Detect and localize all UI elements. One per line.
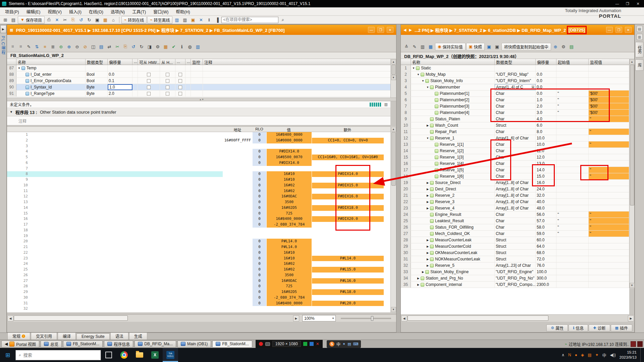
editor-tool-icon[interactable]: ≣ (49, 43, 57, 50)
minimize-icon[interactable] (310, 342, 314, 346)
db-variable-row[interactable]: 13 Reserve_1[1] Char 10.0 '' (401, 141, 629, 148)
tray-icon[interactable]: ▤ (588, 353, 591, 357)
editor-tool-icon[interactable]: ▣ (485, 43, 493, 50)
bottom-tab[interactable]: 编译 i (58, 333, 76, 340)
db-variable-row[interactable]: 14 Reserve_1[2] Char 11.0 (401, 148, 629, 154)
data-type-cell[interactable]: Array[1..6] of Char (495, 135, 536, 141)
explorer-button[interactable] (132, 348, 147, 362)
hmi-writable-checkbox[interactable] (166, 73, 169, 76)
code-line[interactable]: 1 TAR2 0 16#8400_0000 (7, 132, 390, 138)
db-variable-row[interactable]: 10 ▶ Wash_Count Struct 6.0 (401, 122, 629, 129)
code-line[interactable]: 2 AD 16#00FF_FFFF 16#00FF_FFFF 0 16#0000… (7, 138, 390, 143)
tray-icon[interactable]: ◈ (581, 353, 584, 357)
toolbar-icon[interactable]: ✂ (61, 16, 69, 23)
side-vertical-tab[interactable]: 任务 (635, 42, 644, 57)
code-line[interactable]: 28 L #l_DB_no 0 725 (7, 284, 390, 289)
editor-tool-icon[interactable]: ▣ (493, 43, 501, 50)
hmi-accessible-checkbox[interactable] (147, 73, 151, 76)
expand-project-tree-button[interactable]: ▶ (0, 25, 6, 33)
start-value-cell[interactable] (556, 161, 589, 167)
hmi-writable-checkbox[interactable] (166, 79, 169, 83)
db-variable-row[interactable]: 12 ▼ Reserve_1 Array[1..6] of Char 10.0 (401, 135, 629, 141)
menu-item[interactable]: 项目(P) (1, 7, 23, 16)
db-variable-row[interactable]: 23 ▶ Reserve_4 Array[1..8] of Char 48.0 (401, 205, 629, 212)
db-variable-row[interactable]: 6 Platennumber[2] Char 1.0 '' '$00' (401, 97, 629, 103)
db-variable-row[interactable]: 3 ▼ Staion_Moby_Info "UDT_RFID_Intern" 0… (401, 78, 629, 84)
code-line[interactable]: 19 //Pointer on Temp copy (7, 233, 390, 239)
ime-tool-icon[interactable]: ⌨ (353, 342, 359, 346)
data-type-cell[interactable]: "UDT_RFID_Prg_No" (495, 275, 536, 281)
toolbar-icon[interactable]: ▣ (189, 16, 197, 23)
data-type-cell[interactable]: Char (495, 167, 536, 173)
stop-icon[interactable] (303, 342, 307, 346)
db-variable-row[interactable]: 9 Status_Platen Char 4.0 '' (401, 116, 629, 122)
editor-tool-icon[interactable]: ↻ (138, 43, 145, 50)
hmi-accessible-checkbox[interactable] (147, 92, 151, 96)
data-type-cell[interactable]: Char (495, 116, 536, 122)
code-line[interactable]: 8 L B [ AR1 , P#0.0 ]// Syntax-Id of Any… (7, 171, 390, 177)
toolbar-icon[interactable]: ‖ (205, 16, 213, 23)
start-value-cell[interactable] (556, 269, 589, 275)
start-value-cell[interactable] (556, 282, 589, 288)
db-hscrollbar[interactable]: ◀ ▶ (401, 314, 634, 322)
menu-item[interactable]: 插入(I) (65, 7, 85, 16)
task-view-button[interactable] (101, 348, 116, 362)
expand-arrow-icon[interactable]: ▶ (426, 258, 430, 261)
code-line[interactable]: 3 (7, 143, 390, 149)
editor-tool-icon[interactable]: ⊜ (57, 43, 65, 50)
ime-tool-icon[interactable]: ▤ (347, 342, 351, 346)
editor-tool-icon[interactable]: ✔ (170, 43, 177, 50)
code-line[interactable]: 11 T #l_RangeType 0 16#02 (7, 188, 390, 194)
scroll-up-icon[interactable]: ▲ (391, 127, 396, 132)
editor-tool-icon[interactable]: ≙ (403, 43, 410, 50)
expand-arrow-icon[interactable]: ▶ (426, 239, 430, 242)
db-variable-row[interactable]: 21 ▶ Reserve_2 Array[1..8] of Char 32.0 (401, 192, 629, 199)
editor-tool-icon[interactable]: ▥ (194, 43, 202, 50)
editor-tool-icon[interactable]: ◫ (90, 43, 97, 50)
side-vertical-tab[interactable]: 库 (635, 59, 644, 71)
editor-tool-icon[interactable]: ✎ (25, 43, 33, 50)
data-type-cell[interactable]: Array[1..8] of Char (495, 180, 536, 186)
panel-float-button[interactable]: ❐ (377, 27, 384, 33)
ime-indicator[interactable]: 中 (602, 352, 606, 358)
code-line[interactable]: 27 T W [ AR1 , P#2.0 ]// Count the to tr… (7, 278, 390, 284)
expand-arrow-icon[interactable]: ▶ (416, 277, 420, 280)
record-icon[interactable] (259, 342, 263, 346)
snapshot-button[interactable]: ▣快照 (466, 43, 485, 51)
start-value-cell[interactable] (556, 237, 589, 243)
data-type-cell[interactable]: "UDT_RFID_Map" (495, 71, 536, 77)
start-value-cell[interactable] (556, 116, 589, 122)
expand-arrow-icon[interactable]: ▶ (416, 283, 420, 286)
editor-tool-icon[interactable]: ⌗ (9, 43, 16, 50)
data-type-cell[interactable]: Char (495, 141, 536, 147)
editor-tool-icon[interactable]: ▦ (162, 43, 169, 50)
bottom-tab[interactable]: 常规 i (7, 333, 30, 340)
start-button[interactable]: ⊞ (0, 348, 15, 362)
tray-icon[interactable]: ● (575, 353, 577, 357)
toolbar-icon[interactable]: ▣ (94, 16, 101, 23)
expand-arrow-icon[interactable]: ▼ (412, 67, 416, 70)
hidden-icons-chevron[interactable]: ∧ (561, 353, 565, 357)
strip-icon[interactable]: ▤ (637, 26, 643, 32)
toolbar-icon[interactable]: ↻ (86, 16, 93, 23)
editor-tool-icon[interactable]: ℹ (178, 43, 185, 50)
panel-close-button[interactable]: ✕ (387, 27, 393, 33)
data-type-cell[interactable]: "UDT_RFID_Intern" (495, 78, 536, 84)
code-line[interactable]: 10 L B [ AR1 , P#1.0 ]// RangeType read … (7, 183, 390, 188)
strip-icon[interactable]: ▥ (637, 34, 643, 40)
db-variable-row[interactable]: 34 ▶ Station_and_Prg_No "UDT_RFID_Prg_No… (401, 275, 629, 282)
db-variable-row[interactable]: 7 Platennumber[3] Char 2.0 '' '$00' (401, 103, 629, 110)
interface-row[interactable]: 90 I_Syntax_Id Byte 1.0 (7, 84, 390, 90)
editor-tool-icon[interactable]: ▥ (419, 43, 426, 50)
start-value-cell[interactable]: '' (556, 103, 589, 109)
bottom-tab[interactable]: 生成 i (129, 333, 147, 340)
menu-item[interactable]: 窗口(W) (150, 7, 172, 16)
code-line[interactable]: 29 T W [ AR1 , P#4.0 ]// DB-Number writi… (7, 289, 390, 295)
panel-minimize-button[interactable]: — (368, 27, 375, 33)
window-control-button[interactable]: ❐ (624, 2, 632, 6)
start-value-cell[interactable] (556, 71, 589, 77)
code-line[interactable]: 22 L #l_Syntax_Id 0 16#10 (7, 250, 390, 256)
start-value-cell[interactable] (556, 243, 589, 249)
panel-close-button[interactable]: ✕ (625, 27, 632, 33)
toolbar-icon[interactable]: ✕ (53, 16, 61, 23)
